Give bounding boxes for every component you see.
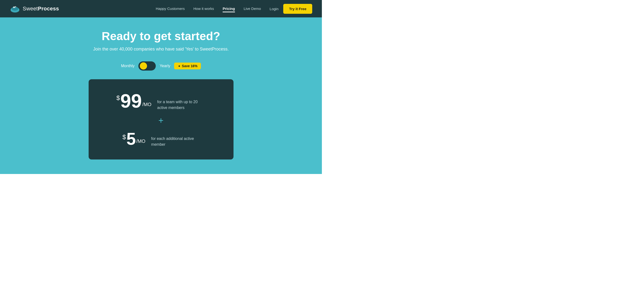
main-section: Ready to get started? Join the over 40,0… xyxy=(0,18,322,174)
try-it-free-button[interactable]: Try it Free xyxy=(283,4,312,14)
base-price-amount: $ 99 /MO xyxy=(116,91,152,111)
plus-divider: + xyxy=(158,116,164,126)
base-price-row: $ 99 /MO for a team with up to 20 active… xyxy=(108,91,214,111)
nav-item-pricing[interactable]: Pricing xyxy=(223,7,235,11)
logo-icon xyxy=(10,4,20,14)
monthly-label: Monthly xyxy=(121,64,134,68)
nav-item-how-it-works[interactable]: How it works xyxy=(194,7,214,11)
svg-point-4 xyxy=(15,6,16,8)
base-price-dollar: $ xyxy=(116,94,120,102)
extra-price-amount: $ 5 /MO xyxy=(122,130,145,147)
base-price-desc: for a team with up to 20 active members xyxy=(157,99,206,111)
navbar: SweetProcess Happy Customers How it work… xyxy=(0,0,322,18)
extra-price-number: 5 xyxy=(126,130,136,147)
login-link[interactable]: Login xyxy=(270,7,279,11)
extra-price-row: $ 5 /MO for each additional active membe… xyxy=(108,130,214,147)
pricing-card: $ 99 /MO for a team with up to 20 active… xyxy=(88,79,234,159)
extra-price-dollar: $ xyxy=(122,133,126,141)
save-badge: Save 16% xyxy=(174,63,201,69)
nav-item-live-demo[interactable]: Live Demo xyxy=(244,7,261,11)
yearly-label: Yearly xyxy=(160,64,170,68)
nav-links: Happy Customers How it works Pricing Liv… xyxy=(156,7,261,11)
extra-price-desc: for each additional active member xyxy=(151,136,200,147)
page-subheadline: Join the over 40,000 companies who have … xyxy=(93,47,229,52)
svg-point-2 xyxy=(12,7,18,11)
logo[interactable]: SweetProcess xyxy=(10,4,59,14)
extra-price-mo: /MO xyxy=(136,138,145,144)
page-headline: Ready to get started? xyxy=(102,30,220,43)
base-price-mo: /MO xyxy=(142,102,152,107)
nav-item-happy-customers[interactable]: Happy Customers xyxy=(156,7,185,11)
logo-text: SweetProcess xyxy=(23,6,59,12)
billing-toggle[interactable] xyxy=(138,61,156,71)
svg-point-3 xyxy=(13,7,15,8)
billing-toggle-area: Monthly Yearly Save 16% xyxy=(121,61,201,71)
base-price-number: 99 xyxy=(120,91,142,111)
